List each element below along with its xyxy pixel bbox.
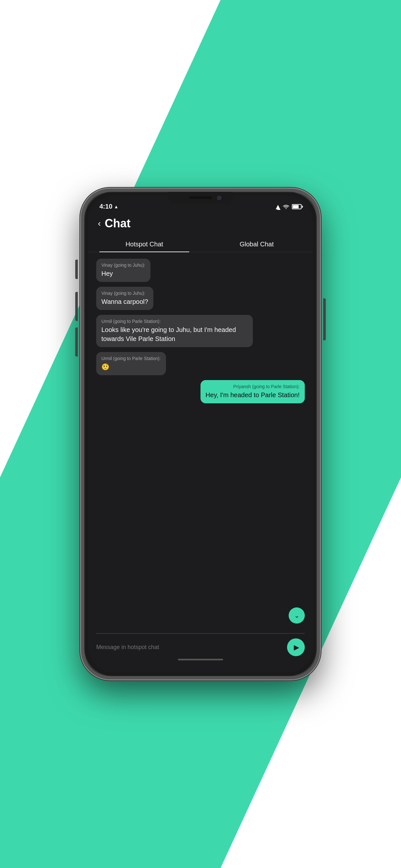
time-display: 4:10 (99, 203, 112, 210)
bottom-section: ⌄ ▶ (88, 628, 313, 672)
message-sender: Urmil (going to Parle Station): (101, 356, 161, 361)
tab-hotspot-label: Hotspot Chat (126, 241, 163, 248)
message-text: Looks like you're going to Juhu, but I'm… (101, 325, 248, 343)
page-title: Chat (104, 217, 130, 230)
wifi-signal-icon (283, 205, 289, 209)
message-text: Hey (101, 269, 145, 278)
phone-screen: 4:10 ▲ ▲̲ (88, 196, 313, 672)
list-item: Priyansh (going to Parle Station): Hey, … (201, 380, 305, 403)
tab-global-label: Global Chat (240, 241, 274, 248)
side-button-volume-down (75, 328, 78, 356)
home-bar (178, 659, 223, 660)
message-bubble-received: Urmil (going to Parle Station): 🤨 (96, 352, 166, 375)
status-icons: ▲̲ (276, 203, 302, 210)
message-text: 🤨 (101, 362, 161, 371)
send-button[interactable]: ▶ (287, 639, 305, 656)
message-bubble-received: Vinay (going to Juhu): Hey (96, 259, 150, 282)
tabs: Hotspot Chat Global Chat (88, 237, 313, 252)
message-input[interactable] (96, 644, 283, 651)
list-item: Urmil (going to Parle Station): Looks li… (96, 315, 253, 347)
message-bubble-sent: Priyansh (going to Parle Station): Hey, … (201, 380, 305, 403)
message-sender: Urmil (going to Parle Station): (101, 319, 248, 324)
scroll-down-button[interactable]: ⌄ (289, 608, 305, 624)
phone-frame: 4:10 ▲ ▲̲ (81, 189, 320, 679)
message-sender: Vinay (going to Juhu): (101, 262, 145, 268)
side-button-power (323, 299, 326, 340)
location-arrow-icon: ▲ (114, 204, 119, 209)
send-icon: ▶ (294, 643, 299, 652)
message-bubble-received: Urmil (going to Parle Station): Looks li… (96, 315, 253, 347)
message-bubble-received: Vinay (going to Juhu): Wanna carpool? (96, 287, 153, 310)
status-time: 4:10 ▲ (99, 203, 119, 210)
battery-fill (293, 205, 299, 208)
battery-icon (292, 204, 302, 209)
input-row: ▶ (96, 633, 305, 656)
tab-global-chat[interactable]: Global Chat (201, 237, 313, 252)
side-button-mute (75, 259, 78, 279)
tab-hotspot-chat[interactable]: Hotspot Chat (88, 237, 201, 252)
message-sender-sent: Priyansh (going to Parle Station): (206, 384, 300, 389)
home-indicator (96, 656, 305, 662)
message-text: Wanna carpool? (101, 297, 148, 306)
chevron-down-icon: ⌄ (294, 612, 300, 619)
header-title-row: ‹ Chat (98, 217, 303, 230)
notch (168, 192, 233, 204)
svg-point-0 (286, 208, 287, 209)
list-item: Vinay (going to Juhu): Hey (96, 259, 150, 282)
message-sender: Vinay (going to Juhu): (101, 290, 148, 296)
list-item: Vinay (going to Juhu): Wanna carpool? (96, 287, 153, 310)
message-text-sent: Hey, I'm headed to Parle Station! (206, 391, 300, 399)
phone-container: 4:10 ▲ ▲̲ (81, 189, 320, 679)
notch-camera (217, 196, 221, 200)
header: ‹ Chat (88, 213, 313, 237)
notch-speaker (189, 196, 212, 199)
back-button[interactable]: ‹ (98, 219, 101, 228)
list-item: Urmil (going to Parle Station): 🤨 (96, 352, 166, 375)
messages-area: Vinay (going to Juhu): Hey Vinay (going … (88, 252, 313, 628)
side-button-volume-up (75, 292, 78, 321)
wifi-icon: ▲̲ (276, 203, 280, 210)
